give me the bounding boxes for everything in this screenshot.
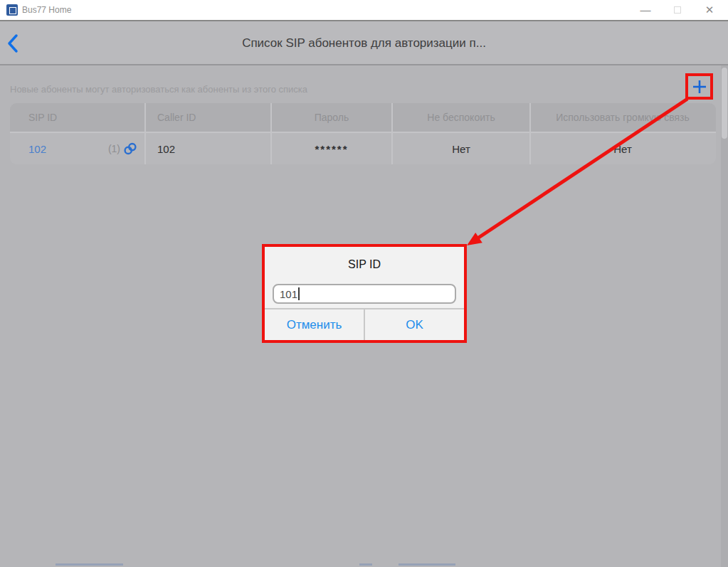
registration-count: (1) xyxy=(108,143,120,154)
sip-id-dialog: SIP ID 101 Отменить OK xyxy=(265,247,464,340)
hint-text: Новые абоненты могут авторизоваться как … xyxy=(10,84,307,95)
col-header-dnd: Не беспокоить xyxy=(393,103,531,132)
minimize-icon: — xyxy=(640,4,651,16)
close-icon: ✕ xyxy=(705,4,714,16)
maximize-icon xyxy=(674,6,681,14)
add-subscriber-button[interactable] xyxy=(688,76,710,97)
vertical-scrollbar[interactable] xyxy=(721,65,728,567)
col-header-sip-id: SIP ID xyxy=(10,103,146,132)
sip-id-extra: (1) xyxy=(108,142,137,156)
cell-password: ****** xyxy=(272,133,393,164)
sip-subscribers-table: SIP ID Caller ID Пароль Не беспокоить Ис… xyxy=(10,103,716,164)
sip-id-input[interactable]: 101 xyxy=(273,284,456,304)
dialog-button-row: Отменить OK xyxy=(265,308,464,340)
sip-id-input-value: 101 xyxy=(280,288,297,300)
cancel-button[interactable]: Отменить xyxy=(265,309,365,340)
annotation-box-add xyxy=(685,73,713,100)
text-caret xyxy=(298,287,300,300)
bottom-cutoff-artifact xyxy=(0,562,728,567)
cell-dnd: Нет xyxy=(393,133,531,164)
cell-speakerphone: Нет xyxy=(531,133,714,164)
annotation-box-dialog: SIP ID 101 Отменить OK xyxy=(262,244,467,343)
title-bar: Bus77 Home — ✕ xyxy=(0,0,728,20)
col-header-speakerphone: Использовать громкую связь xyxy=(531,103,714,132)
ok-button[interactable]: OK xyxy=(365,309,464,340)
table-row[interactable]: 102 (1) 102 ****** Нет Нет xyxy=(10,133,716,164)
sip-id-link[interactable]: 102 xyxy=(28,143,46,155)
dialog-title: SIP ID xyxy=(265,247,464,278)
plus-icon xyxy=(692,79,707,95)
app-window: Bus77 Home — ✕ Список SIP абонентов для … xyxy=(0,0,728,567)
close-button[interactable]: ✕ xyxy=(699,0,720,20)
scrollbar-thumb[interactable] xyxy=(722,68,727,139)
nav-header: Список SIP абонентов для авторизации п..… xyxy=(0,21,728,65)
window-title: Bus77 Home xyxy=(22,0,71,20)
table-header-row: SIP ID Caller ID Пароль Не беспокоить Ис… xyxy=(10,103,716,133)
maximize-button[interactable] xyxy=(667,0,688,20)
col-header-caller-id: Caller ID xyxy=(146,103,272,132)
chain-link-icon[interactable] xyxy=(123,142,137,156)
app-logo-icon xyxy=(6,4,18,16)
cell-sip-id: 102 (1) xyxy=(10,133,146,164)
cell-caller-id: 102 xyxy=(146,133,272,164)
minimize-button[interactable]: — xyxy=(635,0,656,20)
col-header-password: Пароль xyxy=(272,103,393,132)
page-title: Список SIP абонентов для авторизации п..… xyxy=(0,21,728,65)
